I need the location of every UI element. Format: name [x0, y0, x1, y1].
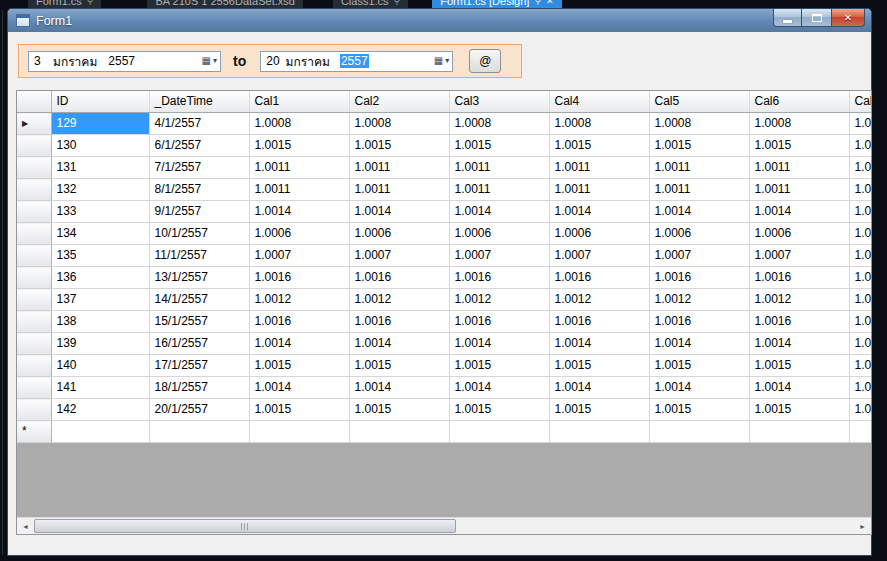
grid-cell[interactable]	[51, 421, 149, 443]
end-date-picker[interactable]: 20 มกราคม 2557 ▦ ▾	[260, 51, 453, 72]
grid-cell[interactable]: 1.0011	[749, 157, 849, 179]
grid-cell[interactable]: 1.0015	[749, 135, 849, 157]
grid-cell[interactable]: 1.0016	[549, 311, 649, 333]
grid-cell[interactable]: 1.0016	[649, 267, 749, 289]
row-header[interactable]	[17, 355, 51, 377]
grid-cell[interactable]: 1.0016	[749, 311, 849, 333]
grid-cell[interactable]: 1.0011	[749, 179, 849, 201]
column-header-_datetime[interactable]: _DateTime	[149, 91, 249, 113]
pin-icon[interactable]: ⚲	[534, 0, 541, 6]
scroll-left-button[interactable]: ◄	[17, 518, 34, 534]
grid-cell[interactable]: 1.0016	[449, 311, 549, 333]
grid-cell[interactable]: 15/1/2557	[149, 311, 249, 333]
grid-cell[interactable]: 1.00	[849, 223, 872, 245]
grid-cell[interactable]: 18/1/2557	[149, 377, 249, 399]
column-header-cal5[interactable]: Cal5	[649, 91, 749, 113]
grid-cell[interactable]: 1.0012	[649, 289, 749, 311]
grid-cell[interactable]: 1.0012	[549, 289, 649, 311]
grid-cell[interactable]: 1.0015	[449, 399, 549, 421]
grid-cell[interactable]: 7/1/2557	[149, 157, 249, 179]
grid-cell[interactable]: 1.0014	[349, 333, 449, 355]
grid-cell[interactable]	[649, 421, 749, 443]
grid-cell[interactable]: 1.0011	[349, 179, 449, 201]
horizontal-scrollbar[interactable]: ◄ ►	[17, 517, 871, 534]
grid-cell[interactable]: 1.00	[849, 135, 872, 157]
start-date-picker[interactable]: 3 มกราคม 2557 ▦ ▾	[28, 51, 221, 72]
grid-cell[interactable]: 1.0014	[749, 377, 849, 399]
grid-cell[interactable]: 1.0007	[549, 245, 649, 267]
row-header[interactable]	[17, 223, 51, 245]
row-header[interactable]	[17, 245, 51, 267]
row-header[interactable]	[17, 179, 51, 201]
grid-cell[interactable]: 1.00	[849, 399, 872, 421]
row-header[interactable]	[17, 399, 51, 421]
grid-cell[interactable]: 1.0011	[449, 179, 549, 201]
grid-cell[interactable]	[349, 421, 449, 443]
grid-cell[interactable]: 1.0011	[549, 179, 649, 201]
grid-cell[interactable]: 1.0014	[349, 201, 449, 223]
grid-cell[interactable]: 1.0016	[649, 311, 749, 333]
grid-cell[interactable]: 8/1/2557	[149, 179, 249, 201]
grid-cell[interactable]: 1.00	[849, 245, 872, 267]
grid-cell[interactable]: 1.00	[849, 113, 872, 135]
scroll-right-button[interactable]: ►	[854, 518, 871, 534]
grid-cell[interactable]: 1.0015	[749, 355, 849, 377]
grid-cell[interactable]: 1.0008	[349, 113, 449, 135]
grid-cell[interactable]: 1.0015	[349, 355, 449, 377]
grid-cell[interactable]: 1.0016	[549, 267, 649, 289]
grid-cell[interactable]: 1.0015	[349, 135, 449, 157]
grid-cell[interactable]: 1.0014	[449, 333, 549, 355]
column-header-cal6[interactable]: Cal6	[749, 91, 849, 113]
grid-cell[interactable]: 137	[51, 289, 149, 311]
grid-cell[interactable]: 1.0015	[449, 355, 549, 377]
grid-cell[interactable]: 1.0012	[349, 289, 449, 311]
grid-cell[interactable]: 1.0014	[549, 377, 649, 399]
grid-cell[interactable]: 1.0015	[649, 135, 749, 157]
grid-cell[interactable]: 1.0014	[649, 201, 749, 223]
row-header[interactable]	[17, 201, 51, 223]
row-header[interactable]	[17, 267, 51, 289]
maximize-button[interactable]	[802, 9, 831, 27]
grid-cell[interactable]: 133	[51, 201, 149, 223]
grid-cell[interactable]: 1.0007	[649, 245, 749, 267]
grid-cell[interactable]: 20/1/2557	[149, 399, 249, 421]
grid-cell[interactable]: 1.0015	[449, 135, 549, 157]
pin-icon[interactable]: ⚲	[87, 0, 94, 6]
grid-cell[interactable]: 13/1/2557	[149, 267, 249, 289]
tab-close-icon[interactable]: ✕	[546, 0, 554, 6]
grid-cell[interactable]: 1.0014	[549, 201, 649, 223]
grid-cell[interactable]: 1.00	[849, 377, 872, 399]
grid-cell[interactable]: 1.0006	[349, 223, 449, 245]
pin-icon[interactable]: ⚲	[394, 0, 401, 6]
grid-cell[interactable]: 1.0008	[649, 113, 749, 135]
grid-cell[interactable]: 129	[51, 113, 149, 135]
row-header[interactable]	[17, 377, 51, 399]
grid-cell[interactable]: 134	[51, 223, 149, 245]
grid-cell[interactable]: 1.0012	[249, 289, 349, 311]
form1-titlebar[interactable]: Form1 ✕	[8, 9, 871, 32]
grid-cell[interactable]: 1.0015	[649, 399, 749, 421]
grid-cell[interactable]: 1.0011	[249, 179, 349, 201]
grid-cell[interactable]	[249, 421, 349, 443]
grid-cell[interactable]: 1.00	[849, 289, 872, 311]
grid-cell[interactable]: 1.0011	[449, 157, 549, 179]
grid-cell[interactable]: 1.0015	[549, 135, 649, 157]
end-date-dropdown-button[interactable]: ▦ ▾	[431, 52, 452, 71]
grid-cell[interactable]: 16/1/2557	[149, 333, 249, 355]
grid-cell[interactable]: 1.0014	[449, 377, 549, 399]
grid-cell[interactable]: 131	[51, 157, 149, 179]
row-header[interactable]	[17, 311, 51, 333]
column-header-cal[interactable]: Cal	[849, 91, 872, 113]
grid-cell[interactable]: 1.00	[849, 267, 872, 289]
apply-filter-button[interactable]: @	[469, 49, 501, 73]
grid-cell[interactable]: 1.0007	[249, 245, 349, 267]
grid-cell[interactable]: 139	[51, 333, 149, 355]
grid-cell[interactable]: 1.0011	[649, 157, 749, 179]
grid-cell[interactable]: 10/1/2557	[149, 223, 249, 245]
start-date-dropdown-button[interactable]: ▦ ▾	[199, 52, 220, 71]
close-button[interactable]: ✕	[831, 9, 865, 27]
grid-cell[interactable]: 1.0006	[749, 223, 849, 245]
grid-cell[interactable]: 1.0016	[249, 267, 349, 289]
grid-cell[interactable]: 14/1/2557	[149, 289, 249, 311]
grid-cell[interactable]: 1.0014	[249, 201, 349, 223]
